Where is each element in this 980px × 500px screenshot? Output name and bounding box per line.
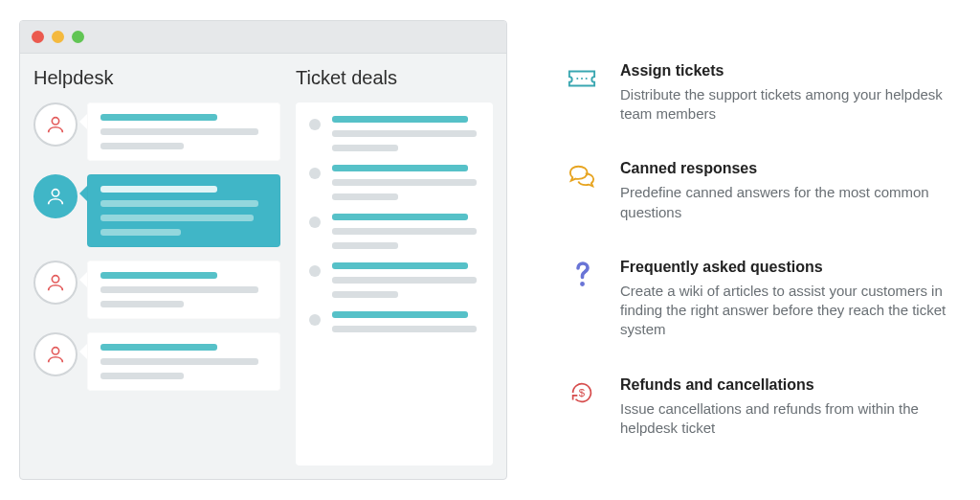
window-titlebar xyxy=(20,21,506,54)
feature-faq: Frequently asked questions Create a wiki… xyxy=(565,259,953,340)
ticket-deals-column-title: Ticket deals xyxy=(296,67,493,89)
chat-row[interactable] xyxy=(33,261,280,319)
ticket-item[interactable] xyxy=(309,311,479,332)
ticket-item[interactable] xyxy=(309,262,479,298)
feature-desc: Issue cancellations and refunds from wit… xyxy=(620,399,953,439)
feature-title: Frequently asked questions xyxy=(620,259,953,276)
ticket-item[interactable] xyxy=(309,214,479,249)
feature-desc: Create a wiki of articles to assist your… xyxy=(620,282,953,340)
feature-assign-tickets: Assign tickets Distribute the support ti… xyxy=(565,62,953,125)
window-close-dot[interactable] xyxy=(32,31,44,43)
chat-bubble xyxy=(87,261,280,319)
svg-point-5 xyxy=(581,78,583,80)
svg-point-1 xyxy=(52,190,58,196)
features-list: Assign tickets Distribute the support ti… xyxy=(565,62,961,438)
svg-point-3 xyxy=(52,348,58,354)
svg-point-4 xyxy=(576,78,578,80)
question-icon xyxy=(565,261,599,289)
refund-icon: $ xyxy=(565,378,599,407)
avatar xyxy=(33,174,78,218)
feature-desc: Distribute the support tickets among you… xyxy=(620,85,953,125)
ticket-status-dot xyxy=(309,265,321,277)
avatar xyxy=(33,261,78,305)
feature-canned-responses: Canned responses Predefine canned answer… xyxy=(565,160,953,222)
svg-point-0 xyxy=(52,118,58,125)
ticket-status-dot xyxy=(309,119,321,130)
ticket-icon xyxy=(565,64,599,93)
svg-point-6 xyxy=(586,78,588,80)
chat-bubble xyxy=(87,332,280,391)
helpdesk-column: Helpdesk xyxy=(33,67,280,466)
chat-row[interactable] xyxy=(33,102,280,161)
chat-row[interactable] xyxy=(33,174,280,247)
chat-bubbles-icon xyxy=(565,162,599,191)
svg-point-2 xyxy=(52,276,58,283)
svg-text:$: $ xyxy=(579,386,586,398)
ticket-deals-column: Ticket deals xyxy=(296,67,493,466)
chat-bubble xyxy=(87,102,280,161)
ticket-item[interactable] xyxy=(309,116,479,151)
ticket-status-dot xyxy=(309,216,321,228)
chat-bubble-active xyxy=(87,174,280,247)
feature-title: Assign tickets xyxy=(620,62,953,80)
helpdesk-column-title: Helpdesk xyxy=(33,67,280,89)
feature-refunds: $ Refunds and cancellations Issue cancel… xyxy=(565,376,953,439)
ticket-item[interactable] xyxy=(309,165,479,200)
ticket-status-dot xyxy=(309,168,321,179)
svg-point-7 xyxy=(580,282,585,286)
window-zoom-dot[interactable] xyxy=(72,31,84,43)
ticket-list xyxy=(296,102,493,466)
ticket-status-dot xyxy=(309,314,321,326)
avatar xyxy=(33,102,78,147)
window-columns: Helpdesk xyxy=(20,54,506,479)
feature-desc: Predefine canned answers for the most co… xyxy=(620,183,953,222)
chat-list xyxy=(33,102,280,391)
feature-title: Canned responses xyxy=(620,160,953,177)
feature-title: Refunds and cancellations xyxy=(620,376,953,394)
window-minimize-dot[interactable] xyxy=(52,31,64,43)
helpdesk-window: Helpdesk xyxy=(19,20,507,480)
chat-row[interactable] xyxy=(33,332,280,391)
avatar xyxy=(33,332,78,376)
